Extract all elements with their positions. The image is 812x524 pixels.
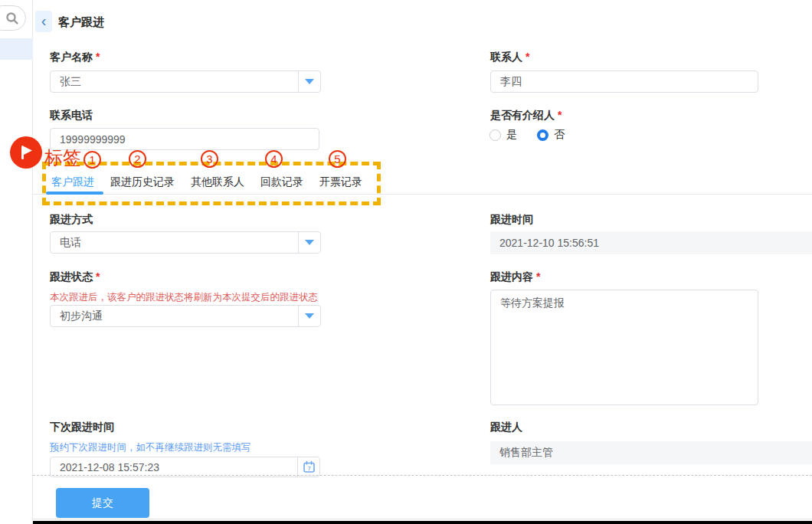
search-button[interactable] [0,5,26,31]
tabs-divider [33,194,812,195]
follow-content-textarea[interactable]: 等待方案提报 [490,290,758,405]
contact-label: 联系人* [490,51,529,64]
required-asterisk: * [558,109,562,121]
tab-payment-records[interactable]: 回款记录 [260,175,303,189]
annotation-flag-badge [10,136,42,169]
follow-status-caret-box[interactable] [298,306,320,326]
radio-no-label: 否 [554,128,565,142]
follow-person-value: 销售部主管 [490,441,812,464]
bottom-bar [33,521,812,524]
section-divider [33,475,812,476]
introducer-radio-group: 是 否 [489,128,575,142]
follow-status-label: 跟进状态* [50,270,100,284]
follow-status-value: 初步沟通 [51,306,298,326]
tab-invoice-records[interactable]: 开票记录 [319,175,362,189]
marker-1-icon: 1 [83,151,101,169]
radio-selected-icon [537,129,548,141]
page-title: 客户跟进 [58,15,104,30]
chevron-down-icon [305,240,314,245]
tab-follow-history[interactable]: 跟进历史记录 [110,175,175,189]
next-follow-time-label: 下次跟进时间 [50,421,114,434]
required-asterisk: * [96,51,100,63]
annotation-label: 标签 1 [44,146,101,170]
tab-customer-follow[interactable]: 客户跟进 [51,175,94,189]
chevron-down-icon [305,313,314,319]
footer-divider [33,519,812,519]
marker-5-icon: 5 [329,150,346,168]
app-container: ‹ 客户跟进 客户名称* 张三 联系人* 联系电话 是否有介绍人* 是 否 [0,0,812,524]
customer-name-caret-box[interactable] [298,71,320,92]
follow-status-hint: 本次跟进后，该客户的跟进状态将刷新为本次提交后的跟进状态 [50,291,318,304]
follow-person-label: 跟进人 [490,421,522,434]
submit-button[interactable]: 提交 [56,488,149,518]
follow-content-label: 跟进内容* [490,270,540,284]
customer-name-value: 张三 [51,71,298,92]
next-follow-time-value: 2021-12-08 15:57:23 [51,457,297,477]
marker-4-icon: 4 [265,150,283,168]
calendar-button[interactable]: 7 [297,457,319,477]
svg-text:7: 7 [307,465,310,472]
radio-unselected-icon [489,129,501,141]
next-follow-time-input[interactable]: 2021-12-08 15:57:23 7 [50,457,320,477]
radio-yes-label: 是 [506,128,517,142]
search-icon [5,11,19,25]
required-asterisk: * [96,270,100,283]
active-tab-indicator [46,192,103,195]
follow-time-label: 跟进时间 [490,213,533,227]
radio-option-yes[interactable]: 是 [489,128,517,142]
introducer-label: 是否有介绍人* [490,109,562,123]
back-button[interactable]: ‹ [35,11,52,32]
radio-option-no[interactable]: 否 [537,128,565,142]
required-asterisk: * [526,51,529,63]
marker-2-icon: 2 [129,150,146,168]
next-follow-time-hint: 预约下次跟进时间，如不再继续跟进则无需填写 [50,441,251,454]
tab-other-contacts[interactable]: 其他联系人 [191,175,244,189]
follow-method-value: 电话 [51,232,298,253]
follow-method-select[interactable]: 电话 [50,231,321,254]
required-asterisk: * [536,270,540,283]
marker-3-icon: 3 [201,150,218,168]
chevron-down-icon [305,79,314,84]
customer-name-select[interactable]: 张三 [50,70,321,93]
sidebar [0,0,33,524]
phone-label: 联系电话 [50,109,93,123]
calendar-icon: 7 [303,460,316,473]
contact-input[interactable] [490,70,758,93]
follow-method-label: 跟进方式 [50,213,93,227]
customer-name-label: 客户名称* [50,51,100,64]
flag-icon [16,142,36,162]
follow-time-value: 2021-12-10 15:56:51 [490,231,812,254]
tab-bar: 客户跟进 跟进历史记录 其他联系人 回款记录 开票记录 [51,175,362,189]
follow-method-caret-box[interactable] [298,232,320,253]
sidebar-item-active[interactable] [0,38,33,60]
follow-status-select[interactable]: 初步沟通 [50,305,321,327]
chevron-left-icon: ‹ [41,13,47,28]
